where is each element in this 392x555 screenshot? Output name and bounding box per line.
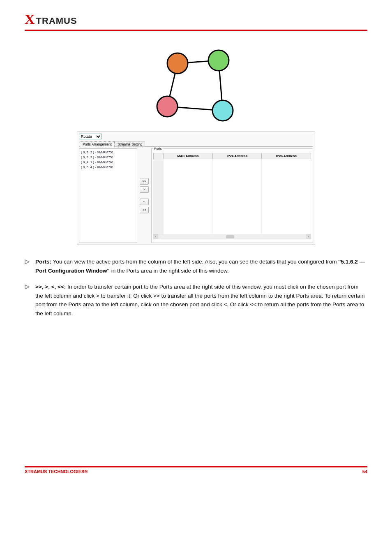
footer-rule — [25, 466, 367, 467]
description-list: Ports: You can view the active ports fro… — [25, 257, 367, 318]
footer-page-number: 54 — [362, 469, 367, 474]
bullet-icon — [25, 283, 32, 292]
col-blank — [154, 153, 164, 159]
bullet-transfer-text: In order to transfer certain port to the… — [35, 284, 364, 317]
list-item[interactable]: ( 0, 3, 3 ) - XM-RM751 — [81, 155, 135, 160]
bullet-icon — [25, 258, 32, 267]
topology-diagram — [25, 41, 367, 125]
horizontal-scrollbar[interactable]: ‹ › — [153, 234, 311, 239]
transfer-buttons: >> > < << — [140, 148, 149, 243]
ports-table: MAC Address IPv4 Address IPv6 Address — [153, 153, 311, 234]
node-green — [208, 50, 229, 71]
scroll-right-icon[interactable]: › — [306, 234, 311, 239]
bullet-ports-text1: You can view the active ports from the c… — [53, 259, 338, 265]
logo-x: X — [25, 12, 35, 27]
inner-app-screenshot: Rotate Ports ArrangementStreams Setting … — [77, 132, 315, 245]
page-footer: XTRAMUS TECHNOLOGIES® 54 — [25, 469, 367, 474]
bullet-transfer-title: >>, >, <, <<: — [35, 284, 67, 290]
bullet-ports-text2: in the Ports area in the right side of t… — [110, 268, 229, 274]
node-pink — [157, 96, 178, 117]
ports-group: Ports MAC Address IPv4 Address IP — [151, 148, 313, 243]
svg-marker-5 — [25, 285, 29, 289]
bullet-ports-title: Ports: — [35, 259, 53, 265]
scroll-left-icon[interactable]: ‹ — [153, 234, 158, 239]
svg-marker-4 — [25, 260, 29, 264]
move-all-right-button[interactable]: >> — [140, 178, 149, 185]
col-mac: MAC Address — [164, 153, 213, 159]
rotate-graph-svg — [153, 41, 239, 125]
header-rule — [25, 30, 367, 31]
bullet-ports: Ports: You can view the active ports fro… — [25, 257, 367, 275]
footer-company: XTRAMUS TECHNOLOGIES — [25, 469, 84, 474]
available-ports-list[interactable]: ( 0, 3, 2 ) - XM-RM751 ( 0, 3, 3 ) - XM-… — [79, 148, 137, 243]
footer-reg: ® — [84, 469, 88, 474]
list-item[interactable]: ( 0, 5, 4 ) - XM-RM781 — [81, 165, 135, 170]
list-item[interactable]: ( 0, 3, 2 ) - XM-RM751 — [81, 150, 135, 155]
col-ipv6: IPv6 Address — [262, 153, 311, 159]
tab-ports-arrangement[interactable]: Ports Arrangement — [80, 141, 115, 147]
scroll-thumb[interactable] — [226, 235, 234, 238]
move-left-button[interactable]: < — [140, 199, 149, 205]
move-right-button[interactable]: > — [140, 186, 149, 193]
node-cyan — [212, 100, 233, 121]
ports-group-label: Ports — [153, 147, 163, 150]
tab-streams-setting[interactable]: Streams Setting — [115, 141, 145, 147]
rotate-dropdown[interactable]: Rotate — [79, 134, 102, 139]
list-item[interactable]: ( 0, 4, 1 ) - XM-RM761 — [81, 160, 135, 165]
brand-logo: X TRAMUS — [25, 12, 367, 27]
logo-rest: TRAMUS — [36, 16, 77, 26]
col-ipv4: IPv4 Address — [212, 153, 262, 159]
move-all-left-button[interactable]: << — [140, 207, 149, 213]
bullet-transfer: >>, >, <, <<: In order to transfer certa… — [25, 282, 367, 318]
node-orange — [167, 53, 188, 74]
